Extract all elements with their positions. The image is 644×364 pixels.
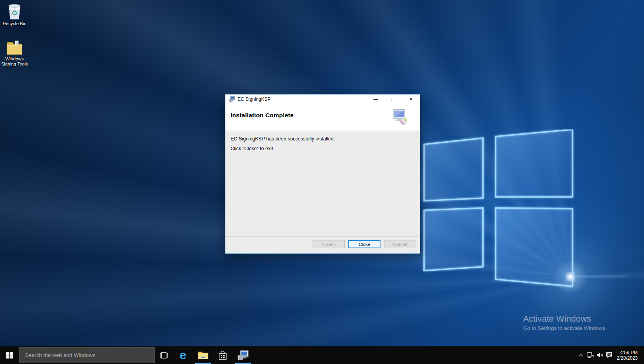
desktop-icon-label: Windows Signing Tools [1, 56, 28, 66]
windows-desktop: ♻ Recycle Bin Windows Signing Tools Acti… [0, 0, 644, 364]
installer-app-icon [229, 96, 235, 102]
button-row-separator [225, 237, 420, 237]
windows-store-button[interactable] [214, 346, 232, 364]
windows-start-icon [6, 352, 13, 359]
clock-date: 2/28/2023 [617, 355, 638, 361]
minimize-button[interactable] [367, 95, 384, 104]
taskbar-search-input[interactable]: Search the web and Windows [19, 347, 155, 363]
cancel-button: Cancel [384, 240, 416, 248]
recycle-bin-icon: ♻ [6, 2, 23, 20]
installer-titlebar[interactable]: EC SigningKSP ✕ [225, 95, 420, 104]
edge-icon: e [179, 349, 186, 361]
maximize-button [384, 95, 402, 104]
search-placeholder: Search the web and Windows [25, 352, 95, 358]
taskbar-clock[interactable]: 4:56 PM 2/28/2023 [613, 346, 639, 364]
window-title: EC SigningKSP [238, 96, 271, 102]
installer-header: Installation Complete [225, 104, 420, 131]
installer-heading: Installation Complete [231, 112, 294, 119]
file-explorer-icon [198, 351, 209, 359]
back-button: < Back [313, 240, 345, 248]
desktop-icon-label: Recycle Bin [1, 21, 28, 26]
watermark-subtitle: Go to Settings to activate Windows. [523, 325, 607, 331]
maximize-icon [392, 98, 395, 101]
windows-hero-logo [416, 129, 628, 326]
close-instruction-message: Click "Close" to exit. [231, 146, 274, 151]
edge-browser-button[interactable]: e [174, 346, 192, 364]
tray-overflow-button[interactable] [576, 346, 585, 364]
watermark-title: Activate Windows [523, 314, 607, 324]
ec-signingksp-installer-button[interactable] [234, 346, 252, 364]
desktop-icon-windows-signing-tools[interactable]: Windows Signing Tools [1, 40, 28, 66]
install-success-message: EC SigningKSP has been successfully inst… [231, 136, 335, 142]
file-explorer-button[interactable] [194, 346, 212, 364]
installer-window: EC SigningKSP ✕ Installation Complete [225, 94, 420, 254]
header-separator [225, 131, 420, 131]
activate-windows-watermark: Activate Windows Go to Settings to activ… [523, 314, 607, 331]
installer-taskbar-icon [238, 350, 249, 360]
store-icon [218, 351, 227, 360]
folder-icon [5, 40, 24, 56]
close-icon: ✕ [409, 97, 413, 102]
desktop-icon-recycle-bin[interactable]: ♻ Recycle Bin [1, 2, 28, 26]
volume-button[interactable] [595, 346, 604, 364]
svg-text:♻: ♻ [11, 9, 17, 17]
setup-computer-icon [392, 109, 409, 125]
task-view-button[interactable] [155, 346, 173, 364]
clock-time: 4:56 PM [620, 350, 638, 355]
speaker-icon [596, 352, 603, 358]
chevron-up-icon [578, 354, 584, 357]
start-button[interactable] [0, 346, 19, 364]
task-view-icon [159, 352, 168, 359]
action-center-icon [606, 352, 613, 359]
close-action-button[interactable]: Close [348, 240, 381, 248]
taskbar: Search the web and Windows e [0, 346, 644, 364]
minimize-icon [373, 99, 378, 100]
ethernet-network-icon [587, 352, 594, 358]
close-button[interactable]: ✕ [402, 95, 420, 104]
network-status-button[interactable] [585, 346, 595, 364]
